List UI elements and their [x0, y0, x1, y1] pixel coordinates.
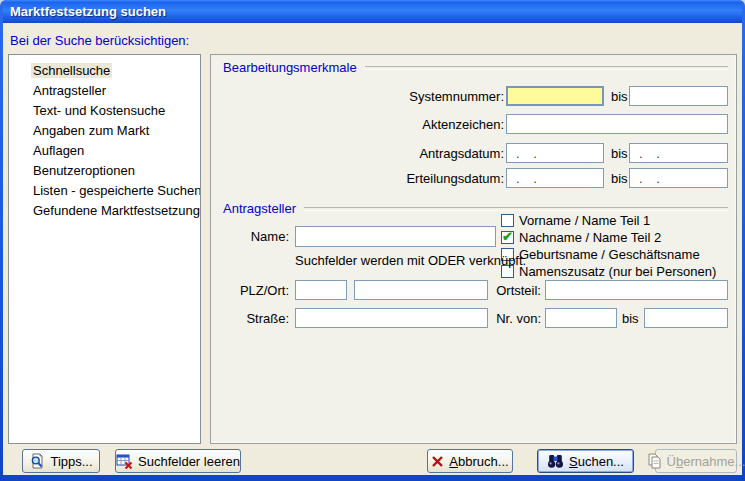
nav-item-antragsteller[interactable]: Antragsteller: [9, 81, 200, 101]
antragsdatum-label: Antragsdatum:: [356, 146, 504, 161]
ortsteil-label: Ortsteil:: [451, 283, 541, 298]
antragsdatum-von-input[interactable]: [506, 143, 604, 163]
clear-form-icon: [116, 453, 133, 469]
erteilungsdatum-bis-input[interactable]: [629, 168, 728, 188]
nav-item-angaben-markt[interactable]: Angaben zum Markt: [9, 121, 200, 141]
erteilungsdatum-bis-label: bis: [611, 171, 628, 186]
plz-ort-label: PLZ/Ort:: [211, 283, 289, 298]
checkbox-namenszusatz[interactable]: Namenszusatz (nur bei Personen): [501, 264, 716, 278]
name-input[interactable]: [295, 226, 496, 247]
nav-item-auflagen[interactable]: Auflagen: [9, 141, 200, 161]
aktenzeichen-label: Aktenzeichen:: [356, 117, 504, 132]
antragsdatum-bis-label: bis: [611, 146, 628, 161]
abbruch-button[interactable]: Abbruch...: [427, 449, 513, 473]
nr-bis-label: bis: [622, 311, 639, 326]
nav-item-benutzeroptionen[interactable]: Benutzeroptionen: [9, 161, 200, 181]
nachname-checkbox-box[interactable]: [501, 231, 514, 244]
search-form-panel: Bearbeitungsmerkmale Systemnummer: bis A…: [210, 54, 737, 444]
magnifier-document-icon: [29, 453, 45, 469]
checkbox-nachname[interactable]: Nachname / Name Teil 2: [501, 230, 661, 244]
window-title: Marktfestsetzung suchen: [10, 4, 166, 19]
search-category-list[interactable]: Schnellsuche Antragsteller Text- und Kos…: [8, 54, 201, 444]
clear-search-fields-button[interactable]: Suchfelder leeren: [115, 449, 241, 473]
aktenzeichen-input[interactable]: [506, 114, 728, 134]
erteilungsdatum-label: Erteilungsdatum:: [356, 171, 504, 186]
systemnummer-von-input[interactable]: [506, 86, 604, 106]
erteilungsdatum-von-input[interactable]: [506, 168, 604, 188]
nr-von-input[interactable]: [545, 308, 617, 328]
oder-hint-text: Suchfelder werden mit ODER verknüpft.: [295, 253, 526, 268]
antragsdatum-bis-input[interactable]: [629, 143, 728, 163]
nr-von-label: Nr. von:: [451, 311, 541, 326]
dialog-window: Marktfestsetzung suchen Bei der Suche be…: [0, 0, 745, 481]
systemnummer-label: Systemnummer:: [356, 89, 504, 104]
systemnummer-bis-input[interactable]: [629, 86, 728, 106]
group-bearbeitungsmerkmale: Bearbeitungsmerkmale: [223, 60, 728, 75]
plz-input[interactable]: [295, 280, 347, 300]
suchen-button[interactable]: Suchen...: [537, 449, 634, 473]
nav-item-gefundene-marktfestsetzungen[interactable]: Gefundene Marktfestsetzungen: [9, 201, 200, 221]
dialog-body: Bei der Suche berücksichtigen: Schnellsu…: [3, 23, 742, 475]
red-x-icon: [431, 455, 444, 468]
systemnummer-bis-label: bis: [611, 89, 628, 104]
checkbox-geburtsname[interactable]: Geburtsname / Geschäftsname: [501, 247, 700, 261]
nav-item-text-kostensuche[interactable]: Text- und Kostensuche: [9, 101, 200, 121]
search-scope-label: Bei der Suche berücksichtigen:: [10, 33, 189, 48]
vorname-checkbox-box[interactable]: [501, 214, 514, 227]
titlebar[interactable]: Marktfestsetzung suchen: [3, 0, 742, 23]
nav-item-schnellsuche[interactable]: Schnellsuche: [9, 61, 200, 81]
binoculars-icon: [547, 454, 564, 469]
strasse-label: Straße:: [211, 311, 289, 326]
name-label: Name:: [211, 229, 289, 244]
copy-icon: [647, 453, 662, 469]
group-antragsteller: Antragsteller: [223, 201, 728, 216]
nav-item-gespeicherte-suchen[interactable]: Listen - gespeicherte Suchen: [9, 181, 200, 201]
nr-bis-input[interactable]: [644, 308, 728, 328]
ortsteil-input[interactable]: [545, 280, 728, 300]
checkbox-vorname[interactable]: Vorname / Name Teil 1: [501, 213, 650, 227]
tipps-button[interactable]: Tipps...: [22, 449, 100, 473]
uebernahme-button: Übernahme...: [655, 449, 737, 473]
